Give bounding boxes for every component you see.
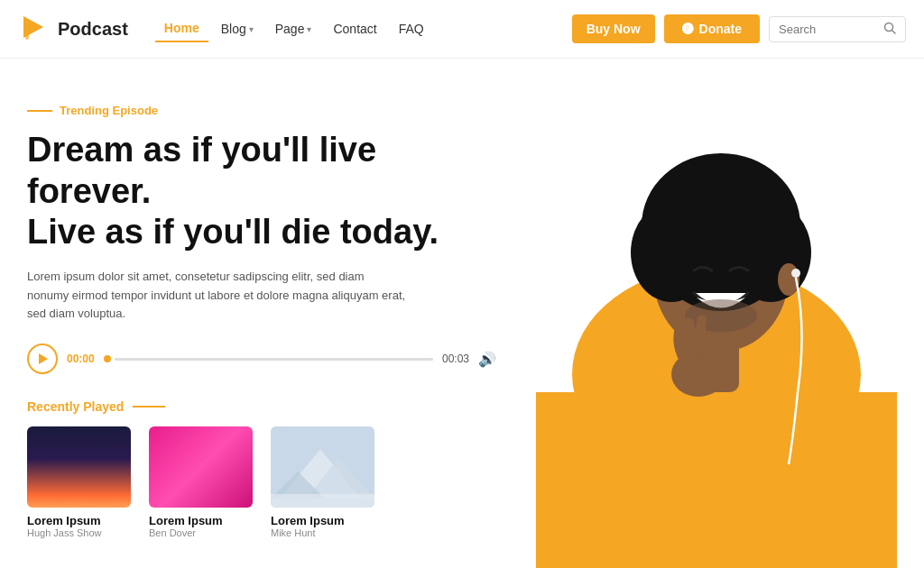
svg-point-18 [685,299,757,332]
podcast-logo-icon [18,13,51,45]
navbar: Podcast Home Blog ▾ Page ▾ Contact FAQ B… [0,0,924,59]
card-title-1: Lorem Ipsum [27,514,131,527]
svg-rect-1 [25,29,29,40]
card-title-3: Lorem Ipsum [271,514,374,527]
play-icon [39,353,48,364]
podcast-card-3[interactable]: Lorem Ipsum Mike Hunt [271,426,374,538]
nav-item-home[interactable]: Home [155,15,208,42]
nav-item-contact[interactable]: Contact [324,16,385,41]
nav-item-faq[interactable]: FAQ [390,16,433,41]
progress-track [115,358,433,361]
svg-point-20 [791,269,800,278]
thumb-pink-image [149,426,253,508]
hero-image [482,59,924,568]
search-input[interactable] [779,23,878,36]
buy-now-button[interactable]: Buy Now [572,14,655,43]
card-author-3: Mike Hunt [271,527,374,538]
podcast-card-1[interactable]: Lorem Ipsum Hugh Jass Show [27,426,131,538]
progress-bar[interactable] [104,355,433,362]
search-box [769,16,906,42]
hero-content: Trending Episode Dream as if you'll live… [27,95,496,550]
card-thumb-2 [149,426,253,508]
time-end: 00:03 [442,353,469,365]
hero-title: Dream as if you'll live forever. Live as… [27,130,496,253]
time-start: 00:00 [67,353,95,365]
nav-item-page[interactable]: Page ▾ [266,16,321,41]
play-button[interactable] [27,344,58,374]
hero-section: Trending Episode Dream as if you'll live… [0,59,924,568]
progress-dot [104,355,111,362]
page-chevron-icon: ▾ [307,24,311,34]
podcast-cards: Lorem Ipsum Hugh Jass Show Lorem Ipsum B… [27,426,496,538]
card-thumb-3 [271,426,374,508]
mountain-svg [271,426,374,508]
card-author-2: Ben Dover [149,527,253,538]
search-icon [883,22,896,34]
card-thumb-1 [27,426,131,508]
paypal-icon: 🅟 [682,23,694,36]
logo[interactable]: Podcast [18,13,128,45]
nav-links: Home Blog ▾ Page ▾ Contact FAQ [155,15,563,42]
thumb-mountain-image [271,426,374,508]
audio-player: 00:00 00:03 🔊 [27,344,496,374]
recently-played-label: Recently Played [27,399,496,414]
card-author-1: Hugh Jass Show [27,527,131,538]
donate-button[interactable]: 🅟 Donate [664,14,760,43]
recently-played-line [133,406,165,408]
svg-line-3 [892,30,896,33]
nav-item-blog[interactable]: Blog ▾ [212,16,263,41]
hero-description: Lorem ipsum dolor sit amet, consetetur s… [27,268,406,324]
trending-label: Trending Episode [27,104,496,117]
card-title-2: Lorem Ipsum [149,514,253,527]
search-button[interactable] [883,22,896,37]
podcast-card-2[interactable]: Lorem Ipsum Ben Dover [149,426,253,538]
logo-text: Podcast [58,19,128,40]
trending-line [27,110,52,112]
hero-person-illustration [491,77,915,568]
thumb-night-image [27,426,131,508]
blog-chevron-icon: ▾ [249,24,254,34]
svg-rect-8 [271,494,374,508]
